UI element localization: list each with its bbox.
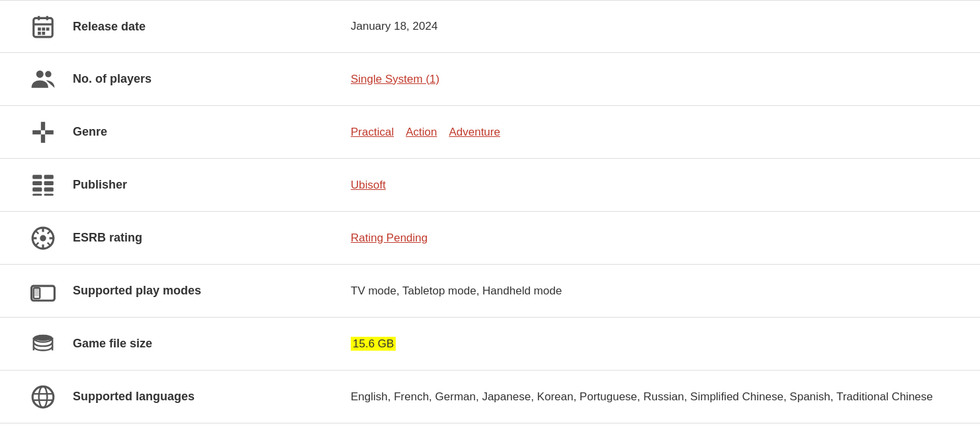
- row-release-date: Release date January 18, 2024: [0, 0, 980, 53]
- file-size-label: Game file size: [66, 337, 351, 351]
- languages-icon: [20, 384, 66, 410]
- file-size-value: 15.6 GB: [351, 337, 960, 351]
- svg-rect-18: [44, 181, 54, 185]
- esrb-rating-link[interactable]: Rating Pending: [351, 232, 427, 244]
- row-esrb: ESRB rating Rating Pending: [0, 212, 980, 265]
- genre-icon: [20, 120, 66, 145]
- row-file-size: Game file size 15.6 GB: [0, 318, 980, 371]
- esrb-icon: [20, 226, 66, 251]
- esrb-label: ESRB rating: [66, 231, 351, 245]
- info-container: Release date January 18, 2024 No. of pla…: [0, 0, 980, 423]
- svg-rect-5: [42, 28, 45, 31]
- genre-action-link[interactable]: Action: [406, 126, 437, 139]
- svg-rect-17: [32, 181, 42, 185]
- row-languages: Supported languages English, French, Ger…: [0, 371, 980, 423]
- svg-rect-15: [32, 175, 42, 179]
- svg-rect-27: [34, 288, 38, 296]
- row-genre: Genre Practical Action Adventure: [0, 106, 980, 159]
- svg-point-9: [36, 70, 44, 77]
- svg-rect-14: [45, 130, 54, 134]
- publisher-icon: [20, 173, 66, 198]
- languages-label: Supported languages: [66, 390, 351, 404]
- num-players-label: No. of players: [66, 72, 351, 86]
- svg-point-30: [39, 386, 48, 408]
- row-publisher: Publisher Ubisoft: [0, 159, 980, 212]
- svg-point-24: [40, 235, 46, 242]
- release-date-label: Release date: [66, 20, 351, 34]
- playmodes-icon: [20, 279, 66, 304]
- genre-adventure-link[interactable]: Adventure: [449, 126, 500, 139]
- svg-point-10: [45, 71, 52, 77]
- svg-rect-13: [32, 130, 41, 134]
- svg-rect-22: [44, 193, 54, 195]
- row-play-modes: Supported play modes TV mode, Tabletop m…: [0, 265, 980, 318]
- svg-point-28: [34, 334, 53, 341]
- genre-label: Genre: [66, 125, 351, 139]
- play-modes-label: Supported play modes: [66, 284, 351, 298]
- filesize-icon: [20, 332, 66, 357]
- svg-rect-21: [32, 193, 42, 195]
- svg-rect-20: [44, 187, 54, 191]
- publisher-ubisoft-link[interactable]: Ubisoft: [351, 179, 386, 191]
- players-icon: [20, 67, 66, 92]
- publisher-label: Publisher: [66, 178, 351, 192]
- calendar-icon: [20, 14, 66, 39]
- release-date-value: January 18, 2024: [351, 20, 960, 33]
- svg-rect-6: [46, 28, 50, 31]
- file-size-highlight: 15.6 GB: [351, 337, 396, 351]
- play-modes-value: TV mode, Tabletop mode, Handheld mode: [351, 285, 960, 298]
- svg-rect-4: [38, 28, 41, 31]
- languages-value: English, French, German, Japanese, Korea…: [351, 388, 960, 406]
- publisher-value: Ubisoft: [351, 179, 960, 192]
- svg-rect-16: [44, 175, 54, 179]
- svg-rect-19: [32, 187, 42, 191]
- genre-practical-link[interactable]: Practical: [351, 126, 394, 139]
- row-num-players: No. of players Single System (1): [0, 53, 980, 106]
- single-system-link[interactable]: Single System (1): [351, 73, 439, 85]
- svg-rect-8: [42, 32, 45, 35]
- num-players-value: Single System (1): [351, 73, 960, 86]
- svg-rect-11: [41, 122, 45, 130]
- genre-value: Practical Action Adventure: [351, 126, 960, 139]
- svg-rect-12: [41, 134, 45, 143]
- svg-point-29: [32, 386, 54, 408]
- svg-rect-7: [38, 32, 41, 35]
- esrb-value: Rating Pending: [351, 232, 960, 245]
